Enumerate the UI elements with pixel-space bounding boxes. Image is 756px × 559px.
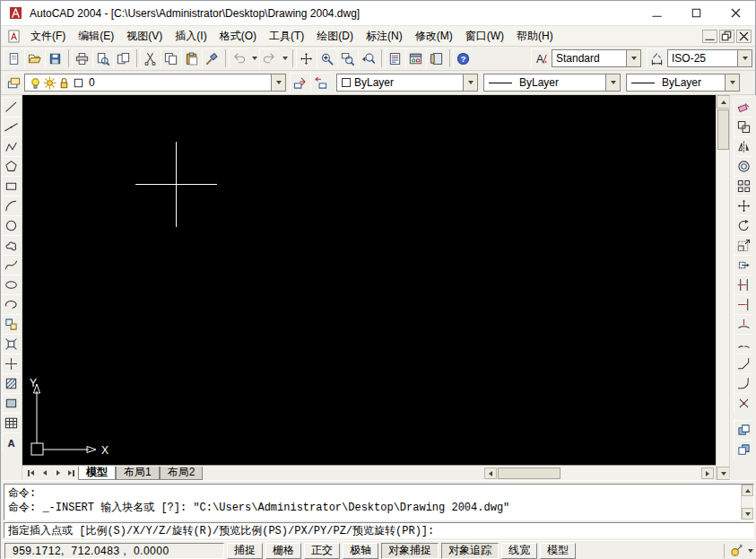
vertical-scroll-thumb[interactable] xyxy=(717,109,729,150)
revision-cloud-button[interactable] xyxy=(2,235,22,255)
coordinate-readout[interactable]: 959.1712, 712.0483 , 0.0000 xyxy=(4,543,224,559)
doc-restore-button[interactable] xyxy=(719,30,734,43)
tab-prev-button[interactable] xyxy=(38,467,51,479)
menu-tools[interactable]: 工具(T) xyxy=(263,27,310,46)
drawing-canvas[interactable]: Y X xyxy=(22,95,716,465)
command-history[interactable]: 命令: 命令: _-INSERT 输入块名或 [?]: "C:\Users\Ad… xyxy=(4,484,754,520)
chamfer-button[interactable] xyxy=(734,354,753,373)
scroll-down-button[interactable] xyxy=(717,467,730,480)
zoom-realtime-button[interactable] xyxy=(317,48,337,69)
polar-toggle[interactable]: 极轴 xyxy=(343,543,378,559)
undo-dropdown[interactable] xyxy=(249,48,259,69)
command-input-line[interactable]: 指定插入点或 [比例(S)/X/Y/Z/旋转(R)/预览比例(PS)/PX/PY… xyxy=(4,522,754,538)
layer-on-bulb-icon[interactable] xyxy=(28,75,42,90)
zoom-window-button[interactable] xyxy=(337,48,358,69)
combo-drop-button[interactable] xyxy=(737,50,752,66)
tab-model[interactable]: 模型 xyxy=(78,467,116,480)
construction-line-button[interactable] xyxy=(2,117,22,136)
make-block-button[interactable] xyxy=(2,334,22,354)
polyline-button[interactable] xyxy=(2,136,22,156)
tab-last-button[interactable] xyxy=(65,467,78,479)
scroll-down-button[interactable] xyxy=(742,508,753,520)
canvas-horizontal-scrollbar[interactable] xyxy=(484,467,714,480)
communication-center-icon[interactable] xyxy=(729,544,743,558)
tab-next-button[interactable] xyxy=(51,467,65,479)
linetype-combo[interactable]: ByLayer xyxy=(483,74,621,92)
status-menu-arrow-icon[interactable] xyxy=(748,549,753,553)
paste-button[interactable] xyxy=(181,48,202,69)
combo-drop-button[interactable] xyxy=(605,74,620,91)
scroll-left-button[interactable] xyxy=(484,467,497,479)
snap-toggle[interactable]: 捕捉 xyxy=(227,543,263,559)
scale-button[interactable] xyxy=(734,235,753,255)
tool-palettes-button[interactable] xyxy=(426,48,447,69)
region-button[interactable] xyxy=(2,393,22,413)
rotate-button[interactable] xyxy=(734,215,753,235)
horizontal-scroll-thumb[interactable] xyxy=(498,467,560,479)
polygon-button[interactable] xyxy=(2,156,22,176)
menu-modify[interactable]: 修改(M) xyxy=(409,27,459,46)
model-space-button[interactable]: 模型 xyxy=(540,543,576,559)
layer-manager-button[interactable] xyxy=(4,73,24,93)
make-object-layer-current-button[interactable] xyxy=(290,73,310,93)
lineweight-toggle[interactable]: 线宽 xyxy=(501,543,537,559)
help-button[interactable]: ? xyxy=(453,48,474,69)
menu-file[interactable]: 文件(F) xyxy=(24,27,72,46)
ellipse-arc-button[interactable] xyxy=(2,294,22,314)
copy-button[interactable] xyxy=(161,48,181,69)
break-at-point-button[interactable] xyxy=(734,314,753,334)
dim-style-combo[interactable]: ISO-25 xyxy=(667,49,752,67)
plot-button[interactable] xyxy=(72,48,92,69)
window-minimize-button[interactable] xyxy=(637,1,676,25)
cut-button[interactable] xyxy=(140,48,161,69)
menu-format[interactable]: 格式(O) xyxy=(213,27,263,46)
trim-button[interactable] xyxy=(734,275,753,294)
scroll-right-button[interactable] xyxy=(701,467,714,479)
open-button[interactable] xyxy=(24,48,45,69)
offset-button[interactable] xyxy=(734,156,753,176)
menu-view[interactable]: 视图(V) xyxy=(120,27,169,46)
stretch-button[interactable] xyxy=(734,255,753,275)
undo-button[interactable] xyxy=(229,48,249,69)
combo-drop-button[interactable] xyxy=(271,74,285,91)
text-style-button[interactable]: A xyxy=(531,48,552,69)
combo-drop-button[interactable] xyxy=(725,74,739,91)
tab-first-button[interactable] xyxy=(24,467,38,479)
combo-drop-button[interactable] xyxy=(463,74,477,91)
otrack-toggle[interactable]: 对象追踪 xyxy=(441,543,499,559)
dim-style-button[interactable] xyxy=(647,48,667,69)
layer-lock-icon[interactable] xyxy=(56,75,71,90)
properties-button[interactable] xyxy=(385,48,405,69)
save-button[interactable] xyxy=(45,48,65,69)
match-properties-button[interactable] xyxy=(202,48,222,69)
move-button[interactable] xyxy=(734,196,753,215)
multiline-text-button[interactable]: A xyxy=(2,432,22,452)
command-history-scrollbar[interactable] xyxy=(741,485,753,520)
extend-button[interactable] xyxy=(734,294,753,314)
doc-close-button[interactable] xyxy=(736,30,752,43)
menu-window[interactable]: 窗口(W) xyxy=(459,27,510,46)
menu-dimension[interactable]: 标注(N) xyxy=(360,27,409,46)
color-combo[interactable]: ByLayer xyxy=(336,74,478,92)
publish-button[interactable] xyxy=(113,48,134,69)
explode-button[interactable] xyxy=(734,393,753,413)
tab-layout2[interactable]: 布局2 xyxy=(160,467,204,480)
drawing-doc-icon[interactable] xyxy=(6,29,21,43)
new-button[interactable] xyxy=(4,48,24,69)
layer-freeze-icon[interactable] xyxy=(42,75,56,90)
designcenter-button[interactable] xyxy=(405,48,426,69)
line-button[interactable] xyxy=(2,97,22,117)
menu-help[interactable]: 帮助(H) xyxy=(510,27,560,46)
erase-button[interactable] xyxy=(734,97,753,117)
circle-button[interactable] xyxy=(2,215,22,235)
osnap-toggle[interactable]: 对象捕捉 xyxy=(381,543,439,559)
scroll-up-button[interactable] xyxy=(717,95,730,109)
canvas-vertical-scrollbar[interactable] xyxy=(716,95,729,480)
rectangle-button[interactable] xyxy=(2,176,22,196)
draw-order-front-button[interactable] xyxy=(734,420,753,440)
pan-button[interactable] xyxy=(296,48,317,69)
scroll-track[interactable] xyxy=(717,151,729,467)
lineweight-combo[interactable]: ByLayer xyxy=(626,74,740,92)
zoom-previous-button[interactable] xyxy=(358,48,378,69)
combo-drop-button[interactable] xyxy=(626,50,640,66)
